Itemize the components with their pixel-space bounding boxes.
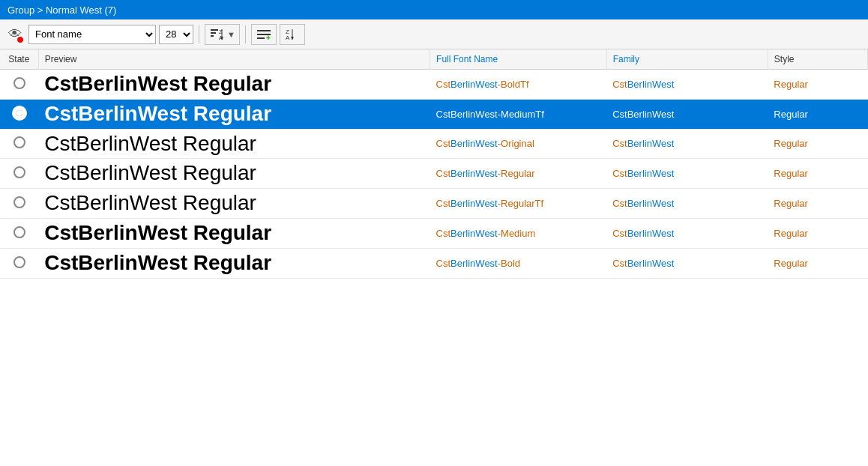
toolbar: 👁 Font name Full Font Name Family Style …	[0, 19, 868, 49]
no-badge-icon	[16, 36, 24, 43]
eye-icon-button[interactable]: 👁	[4, 24, 25, 45]
font-size-select[interactable]: 28 8101214 16182024 32364872	[159, 25, 193, 44]
preview-text: CstBerlinWest Regular	[44, 132, 256, 155]
state-cell	[0, 248, 38, 278]
style-cell: Regular	[768, 248, 867, 278]
separator-2	[245, 25, 246, 43]
full-font-name-cell: CstBerlinWest-Regular	[430, 159, 607, 189]
font-name-select[interactable]: Font name Full Font Name Family Style	[28, 25, 156, 44]
table-row[interactable]: CstBerlinWest RegularCstBerlinWest-Mediu…	[0, 99, 868, 129]
family-cell: CstBerlinWest	[606, 248, 768, 278]
preview-text: CstBerlinWest Regular	[44, 191, 256, 214]
full-font-name-cell: CstBerlinWest-Bold	[430, 248, 607, 278]
font-table: State Preview Full Font Name Family Styl…	[0, 49, 868, 279]
svg-rect-7	[257, 30, 271, 31]
style-cell: Regular	[768, 70, 867, 100]
col-header-full-font-name: Full Font Name	[430, 49, 607, 70]
col-header-state: State	[0, 49, 38, 70]
family-cell: CstBerlinWest	[606, 99, 768, 129]
sort-down-arrow: ▼	[227, 30, 235, 39]
state-cell	[0, 129, 38, 159]
preview-cell: CstBerlinWest Regular	[38, 70, 430, 100]
family-cell: CstBerlinWest	[606, 159, 768, 189]
col-header-family: Family	[606, 49, 768, 70]
style-cell: Regular	[768, 189, 867, 219]
svg-rect-9	[257, 37, 265, 39]
svg-rect-2	[211, 35, 214, 37]
preview-text: CstBerlinWest Regular	[44, 72, 271, 95]
state-cell	[0, 218, 38, 248]
full-font-name-cell: CstBerlinWest-BoldTf	[430, 70, 607, 100]
preview-cell: CstBerlinWest Regular	[38, 99, 430, 129]
radio-button[interactable]	[13, 136, 25, 148]
radio-button[interactable]	[13, 256, 25, 268]
family-cell: CstBerlinWest	[606, 189, 768, 219]
full-font-name-cell: CstBerlinWest-Medium	[430, 218, 607, 248]
svg-rect-1	[211, 32, 216, 34]
state-cell	[0, 189, 38, 219]
style-cell: Regular	[768, 129, 867, 159]
preview-cell: CstBerlinWest Regular	[38, 189, 430, 219]
col-header-style: Style	[768, 49, 867, 70]
radio-button[interactable]	[13, 196, 25, 208]
radio-button[interactable]	[13, 166, 25, 178]
table-container: State Preview Full Font Name Family Styl…	[0, 49, 868, 466]
sort-az-down-icon: Z A	[284, 26, 301, 43]
svg-marker-14	[291, 37, 294, 40]
style-cell: Regular	[768, 159, 867, 189]
add-row-icon: +	[256, 26, 272, 43]
state-cell	[0, 70, 38, 100]
preview-text: CstBerlinWest Regular	[44, 102, 271, 125]
table-header-row: State Preview Full Font Name Family Styl…	[0, 49, 868, 70]
col-header-preview: Preview	[38, 49, 430, 70]
preview-text: CstBerlinWest Regular	[44, 251, 271, 274]
sort-za-icon: Z A	[209, 26, 226, 43]
family-cell: CstBerlinWest	[606, 218, 768, 248]
radio-button[interactable]	[13, 77, 25, 89]
state-cell	[0, 99, 38, 129]
full-font-name-cell: CstBerlinWest-RegularTf	[430, 189, 607, 219]
preview-cell: CstBerlinWest Regular	[38, 159, 430, 189]
table-row[interactable]: CstBerlinWest RegularCstBerlinWest-BoldC…	[0, 248, 868, 278]
state-cell	[0, 159, 38, 189]
preview-text: CstBerlinWest Regular	[44, 221, 271, 244]
title-bar-text: Group > Normal West (7)	[7, 4, 116, 16]
style-cell: Regular	[768, 99, 867, 129]
table-row[interactable]: CstBerlinWest RegularCstBerlinWest-BoldT…	[0, 70, 868, 100]
table-row[interactable]: CstBerlinWest RegularCstBerlinWest-Regul…	[0, 189, 868, 219]
family-cell: CstBerlinWest	[606, 70, 768, 100]
table-row[interactable]: CstBerlinWest RegularCstBerlinWest-Origi…	[0, 129, 868, 159]
table-row[interactable]: CstBerlinWest RegularCstBerlinWest-Mediu…	[0, 218, 868, 248]
family-cell: CstBerlinWest	[606, 129, 768, 159]
table-row[interactable]: CstBerlinWest RegularCstBerlinWest-Regul…	[0, 159, 868, 189]
preview-cell: CstBerlinWest Regular	[38, 129, 430, 159]
full-font-name-cell: CstBerlinWest-Original	[430, 129, 607, 159]
title-bar: Group > Normal West (7)	[0, 0, 868, 19]
preview-text: CstBerlinWest Regular	[44, 161, 256, 184]
sort-za-button[interactable]: Z A ▼	[205, 24, 240, 45]
svg-text:+: +	[266, 34, 271, 42]
radio-button[interactable]	[13, 107, 25, 119]
preview-cell: CstBerlinWest Regular	[38, 248, 430, 278]
sort-az-down-button[interactable]: Z A	[280, 24, 305, 45]
svg-text:A: A	[286, 34, 290, 41]
svg-rect-0	[211, 29, 218, 31]
preview-cell: CstBerlinWest Regular	[38, 218, 430, 248]
separator-1	[199, 25, 199, 43]
full-font-name-cell: CstBerlinWest-MediumTf	[430, 99, 607, 129]
radio-button[interactable]	[13, 226, 25, 238]
add-row-button[interactable]: +	[251, 24, 277, 45]
style-cell: Regular	[768, 218, 867, 248]
